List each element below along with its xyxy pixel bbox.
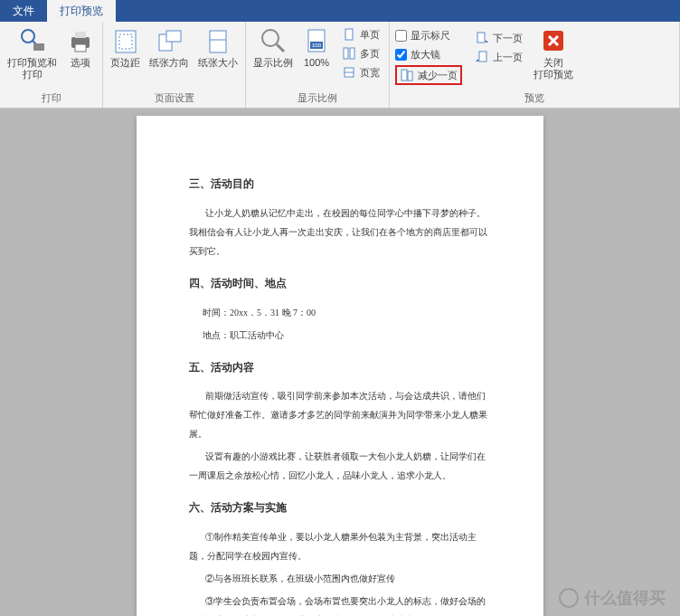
para-3a: 让小龙人奶糖从记忆中走出，在校园的每位同学心中播下寻梦的种子。我相信会有人让小龙… <box>189 204 491 261</box>
orientation-icon <box>155 26 184 55</box>
svg-text:100: 100 <box>312 43 322 48</box>
watermark-text: 什么值得买 <box>584 587 666 609</box>
multi-page-label: 多页 <box>360 47 380 61</box>
page-width-icon <box>342 65 356 80</box>
svg-point-0 <box>22 30 34 43</box>
page-width-label: 页宽 <box>360 66 380 80</box>
svg-rect-24 <box>477 33 485 43</box>
group-preview-label: 预览 <box>393 90 675 108</box>
close-preview-label: 关闭 打印预览 <box>534 57 573 81</box>
group-print-label: 打印 <box>4 90 99 108</box>
close-preview-button[interactable]: 关闭 打印预览 <box>530 24 577 82</box>
magnifier-input[interactable] <box>395 49 407 61</box>
para-5a: 前期做活动宣传，吸引同学前来参加本次活动，与会达成共识，请他们帮忙做好准备工作。… <box>189 386 491 443</box>
close-icon <box>539 26 568 55</box>
next-page-button[interactable]: 下一页 <box>471 29 526 47</box>
paper-size-button[interactable]: 纸张大小 <box>194 24 241 71</box>
multi-page-icon <box>342 46 356 61</box>
print-options-button[interactable]: 选项 <box>62 24 99 71</box>
margins-button[interactable]: 页边距 <box>107 24 144 71</box>
paper-size-icon <box>203 26 232 55</box>
next-page-label: 下一页 <box>493 32 523 45</box>
print-preview-and-print-button[interactable]: 打印预览和 打印 <box>4 24 61 82</box>
shrink-page-icon <box>400 68 414 82</box>
svg-rect-17 <box>345 29 353 40</box>
show-ruler-label: 显示标尺 <box>411 29 450 43</box>
tab-file[interactable]: 文件 <box>0 0 47 22</box>
group-page-setup: 页边距 纸张方向 纸张大小 页面设置 <box>103 22 246 108</box>
para-6c: ③学生会负责布置会场，会场布置也要突出小龙人的标志，做好会场的灯光、音响、座椅的… <box>189 592 491 616</box>
magnifier-label: 放大镜 <box>411 48 440 62</box>
svg-rect-22 <box>401 70 407 81</box>
svg-rect-2 <box>33 43 44 51</box>
one-page-icon <box>342 27 356 42</box>
para-4b: 地点：职工活动中心 <box>189 326 491 345</box>
one-page-label: 单页 <box>360 28 380 42</box>
para-6a: ①制作精美宣传单业，要以小龙人糖果外包装为主背景，突出活动主题，分配同学在校园内… <box>189 527 491 565</box>
paper-size-label: 纸张大小 <box>198 57 238 69</box>
ribbon: 打印预览和 打印 选项 打印 页边距 纸张方向 <box>0 22 680 109</box>
zoom-100-label: 100% <box>304 57 329 69</box>
group-zoom-label: 显示比例 <box>250 90 385 108</box>
workspace: 三、活动目的 让小龙人奶糖从记忆中走出，在校园的每位同学心中播下寻梦的种子。我相… <box>0 109 680 616</box>
shrink-one-page-button[interactable]: 减少一页 <box>395 65 462 85</box>
prev-page-button[interactable]: 上一页 <box>471 48 526 66</box>
margins-label: 页边距 <box>110 57 140 69</box>
options-label: 选项 <box>71 57 90 69</box>
para-4a: 时间：20xx．5．31 晚 7：00 <box>189 303 491 322</box>
para-6b: ②与各班班长联系，在班级小范围内也做好宣传 <box>189 569 491 588</box>
svg-rect-23 <box>408 71 412 81</box>
page-width-button[interactable]: 页宽 <box>338 63 383 81</box>
tab-print-preview[interactable]: 打印预览 <box>47 0 116 22</box>
shrink-one-page-label: 减少一页 <box>418 69 458 82</box>
zoom-ratio-button[interactable]: 显示比例 <box>250 24 297 71</box>
one-page-button[interactable]: 单页 <box>338 25 383 43</box>
multi-page-button[interactable]: 多页 <box>338 44 383 62</box>
svg-rect-5 <box>75 44 86 52</box>
prev-page-icon <box>475 50 489 64</box>
heading-3: 三、活动目的 <box>189 174 491 194</box>
magnifier-icon <box>259 26 288 55</box>
group-zoom: 显示比例 100 100% 单页 多页 页宽 <box>246 22 390 108</box>
svg-rect-10 <box>210 31 226 52</box>
heading-4: 四、活动时间、地点 <box>189 273 491 294</box>
heading-6: 六、活动方案与实施 <box>189 498 491 518</box>
show-ruler-checkbox[interactable]: 显示标尺 <box>395 27 462 44</box>
magnifier-checkbox[interactable]: 放大镜 <box>395 46 462 63</box>
para-5b: 设置有趣的小游戏比赛，让获胜者领取一大包小龙人奶糖，让同学们在一周课后之余放松心… <box>189 447 491 485</box>
watermark: 什么值得买 <box>559 587 666 609</box>
zoom-100-button[interactable]: 100 100% <box>298 24 335 71</box>
svg-rect-19 <box>350 48 354 59</box>
page-100-icon: 100 <box>302 26 331 55</box>
show-ruler-input[interactable] <box>395 30 407 42</box>
group-page-setup-label: 页面设置 <box>107 90 241 108</box>
svg-rect-9 <box>166 31 181 42</box>
zoom-ratio-label: 显示比例 <box>253 57 293 69</box>
printer-icon <box>66 26 95 55</box>
orientation-label: 纸张方向 <box>149 57 189 69</box>
orientation-button[interactable]: 纸张方向 <box>146 24 193 71</box>
group-print: 打印预览和 打印 选项 打印 <box>0 22 103 108</box>
svg-point-12 <box>262 30 279 46</box>
prev-page-label: 上一页 <box>493 51 523 64</box>
svg-rect-18 <box>344 48 348 59</box>
heading-5: 五、活动内容 <box>189 357 491 378</box>
svg-rect-4 <box>75 32 86 38</box>
smile-icon <box>559 588 579 608</box>
svg-line-13 <box>277 44 284 52</box>
magnifier-printer-icon <box>18 26 47 55</box>
next-page-icon <box>475 31 489 45</box>
svg-rect-25 <box>479 52 486 62</box>
group-preview: 显示标尺 放大镜 减少一页 下一页 上一页 <box>390 22 680 108</box>
margins-icon <box>111 26 140 55</box>
document-page: 三、活动目的 让小龙人奶糖从记忆中走出，在校园的每位同学心中播下寻梦的种子。我相… <box>137 116 543 616</box>
print-preview-label: 打印预览和 打印 <box>7 57 57 81</box>
